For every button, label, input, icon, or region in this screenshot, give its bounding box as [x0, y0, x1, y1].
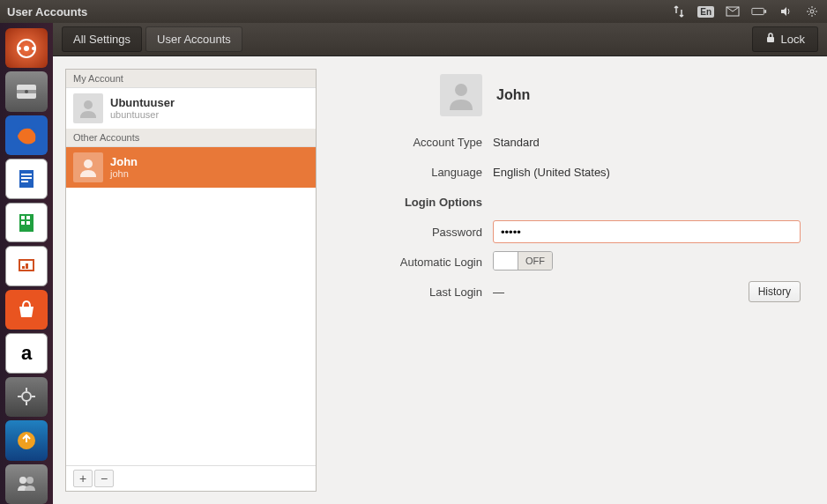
account-name: Ubuntuuser [110, 96, 175, 110]
window-title: User Accounts [7, 5, 87, 19]
toolbar: All Settings User Accounts Lock [53, 23, 827, 56]
password-field[interactable] [493, 220, 801, 243]
svg-rect-1 [752, 8, 764, 14]
svg-rect-15 [21, 181, 28, 182]
network-icon[interactable] [671, 4, 687, 19]
account-row-other[interactable]: John john [66, 147, 316, 188]
password-label: Password [343, 226, 493, 239]
auto-login-toggle[interactable]: OFF [493, 251, 553, 271]
detail-panel: John Account Type Standard Language Engl… [317, 56, 827, 504]
svg-point-32 [455, 84, 467, 96]
svg-point-7 [32, 47, 35, 50]
account-row-my[interactable]: Ubuntuuser ubuntuuser [66, 88, 316, 129]
unity-launcher: a [0, 23, 53, 504]
software-center-icon[interactable] [5, 290, 48, 330]
last-login-label: Last Login [343, 285, 493, 299]
svg-point-27 [19, 477, 26, 484]
files-icon[interactable] [5, 71, 48, 111]
svg-point-30 [84, 100, 93, 109]
remove-user-button[interactable]: − [94, 470, 114, 487]
amazon-icon[interactable]: a [5, 333, 48, 374]
svg-point-25 [22, 392, 31, 401]
add-user-button[interactable]: + [73, 470, 93, 487]
svg-point-31 [84, 159, 93, 168]
svg-point-10 [25, 90, 28, 93]
user-display-name[interactable]: John [496, 87, 530, 103]
language-indicator[interactable]: En [697, 6, 714, 18]
svg-rect-29 [767, 37, 774, 42]
all-settings-button[interactable]: All Settings [62, 26, 142, 52]
auto-login-label: Automatic Login [343, 256, 493, 269]
accounts-sidebar: My Account Ubuntuuser ubuntuuser Other A… [65, 69, 317, 492]
last-login-value: — [493, 285, 504, 299]
writer-icon[interactable] [5, 159, 48, 199]
account-username: john [110, 168, 138, 180]
avatar-icon [73, 93, 103, 123]
title-bar: User Accounts En [0, 0, 827, 23]
impress-icon[interactable] [5, 246, 48, 286]
account-type-value[interactable]: Standard [493, 136, 801, 149]
volume-icon[interactable] [778, 4, 793, 19]
svg-point-28 [26, 477, 34, 484]
account-type-label: Account Type [343, 136, 493, 149]
lock-label: Lock [781, 33, 805, 46]
language-value[interactable]: English (United States) [493, 166, 801, 179]
lock-button[interactable]: Lock [752, 26, 818, 52]
sidebar-footer: + − [66, 465, 316, 491]
svg-rect-23 [22, 266, 25, 269]
dash-icon[interactable] [5, 28, 48, 68]
svg-rect-13 [21, 174, 32, 175]
svg-point-6 [18, 47, 21, 50]
login-options-header: Login Options [343, 196, 493, 209]
user-accounts-button[interactable]: User Accounts [145, 26, 242, 52]
svg-point-3 [810, 10, 814, 13]
users-icon[interactable] [5, 464, 48, 504]
calc-icon[interactable] [5, 203, 48, 243]
other-accounts-header: Other Accounts [66, 129, 316, 147]
breadcrumb: All Settings User Accounts [62, 26, 242, 52]
toggle-knob [494, 252, 518, 270]
lock-icon [765, 33, 776, 46]
toggle-state: OFF [518, 252, 552, 270]
svg-point-5 [24, 46, 29, 51]
svg-rect-18 [26, 216, 30, 219]
avatar-icon [73, 152, 103, 182]
svg-rect-17 [21, 216, 25, 219]
mail-icon[interactable] [725, 4, 741, 19]
svg-rect-20 [26, 221, 30, 225]
svg-rect-24 [26, 263, 28, 269]
history-button[interactable]: History [749, 281, 801, 302]
gear-icon[interactable] [804, 4, 820, 19]
account-name: John [110, 155, 138, 169]
svg-rect-14 [21, 177, 32, 179]
battery-icon[interactable] [751, 4, 767, 19]
account-username: ubuntuuser [110, 109, 175, 121]
language-label: Language [343, 166, 493, 179]
system-tray: En [671, 4, 820, 19]
svg-rect-19 [21, 221, 25, 225]
svg-rect-2 [764, 10, 766, 13]
avatar-large-icon[interactable] [440, 74, 482, 116]
firefox-icon[interactable] [5, 115, 48, 155]
content-area: My Account Ubuntuuser ubuntuuser Other A… [53, 56, 827, 504]
settings-icon[interactable] [5, 377, 48, 417]
my-account-header: My Account [66, 70, 316, 88]
updates-icon[interactable] [5, 420, 48, 460]
